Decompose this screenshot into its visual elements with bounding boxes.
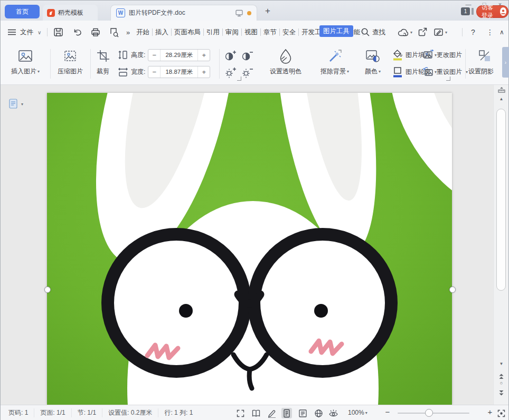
shadow-icon bbox=[478, 46, 492, 65]
reset-picture-button[interactable]: 重设图片▾ bbox=[423, 65, 468, 79]
status-segments: 页码: 1页面: 1/1节: 1/1设置值: 0.2厘米行: 1 列: 1 bbox=[3, 405, 199, 420]
height-decrease-button[interactable]: − bbox=[148, 50, 161, 61]
more-options-icon[interactable]: ⋮ bbox=[486, 27, 494, 37]
rabbit-right-eye bbox=[314, 304, 328, 318]
set-transparent-color-button[interactable]: 设置透明色 bbox=[261, 46, 310, 81]
scrollbar-thumb[interactable] bbox=[496, 109, 506, 291]
scroll-down-button[interactable]: ▼ bbox=[494, 361, 509, 366]
height-value[interactable]: 28.29厘米 bbox=[161, 50, 197, 61]
ribbon-picture-tools: 插入图片▾ 压缩图片 裁剪 高度: bbox=[1, 44, 508, 85]
search-label: 查找 bbox=[372, 28, 385, 37]
save-button[interactable] bbox=[53, 27, 63, 37]
status-segment[interactable]: 节: 1/1 bbox=[72, 408, 102, 417]
new-tab-button[interactable]: + bbox=[262, 6, 273, 16]
width-increase-button[interactable]: + bbox=[197, 66, 210, 78]
document-image-rabbit[interactable] bbox=[47, 93, 452, 405]
next-page-button[interactable] bbox=[498, 390, 504, 396]
menu-item-picture-tools[interactable]: 图片工具 bbox=[319, 25, 353, 37]
menubar: 文件 ∨ » 开始插入页面布局引用审阅视图章节安全开发工具特色功能 图片工具 查… bbox=[1, 21, 508, 44]
fullscreen-view-button[interactable] bbox=[235, 408, 246, 418]
menu-item[interactable]: 页面布局 bbox=[172, 28, 204, 36]
cloud-sync-icon[interactable]: ▾ bbox=[398, 27, 412, 37]
zoom-in-button[interactable]: + bbox=[485, 407, 495, 416]
color-label: 颜色 bbox=[365, 67, 378, 76]
print-preview-button[interactable] bbox=[109, 27, 119, 37]
set-shadow-button[interactable]: 设置阴影 bbox=[468, 46, 501, 81]
height-label: 高度: bbox=[131, 51, 145, 60]
tab-document[interactable]: W 图片转PDF文件.doc bbox=[110, 5, 257, 21]
decrease-contrast-button[interactable] bbox=[241, 49, 254, 62]
search-button[interactable]: 查找 bbox=[361, 27, 385, 37]
main-menu-icon[interactable] bbox=[7, 27, 16, 37]
window-list-handle[interactable] bbox=[472, 8, 474, 15]
status-segment[interactable]: 页码: 1 bbox=[3, 408, 34, 417]
width-control: 宽度: − 18.87厘米 + bbox=[118, 65, 210, 79]
doc-assistant-icon bbox=[9, 99, 18, 109]
height-increase-button[interactable]: + bbox=[197, 50, 210, 61]
crop-icon bbox=[97, 46, 110, 65]
fit-page-button[interactable] bbox=[496, 408, 506, 418]
screen-share-icon[interactable] bbox=[235, 9, 243, 17]
file-menu[interactable]: 文件 bbox=[20, 27, 33, 37]
tab-docer-templates[interactable]: 稻壳模板 bbox=[43, 5, 98, 21]
outline-view-button[interactable] bbox=[297, 408, 308, 418]
read-layout-button[interactable] bbox=[251, 408, 261, 418]
edit-mode-icon[interactable]: ▾ bbox=[433, 27, 447, 37]
status-segment[interactable]: 页面: 1/1 bbox=[34, 408, 71, 417]
zoom-slider-track[interactable] bbox=[398, 413, 469, 414]
zoom-level-dropdown[interactable]: 100%▾ bbox=[348, 409, 367, 416]
width-decrease-button[interactable]: − bbox=[148, 66, 161, 78]
share-icon[interactable] bbox=[418, 27, 428, 37]
transparent-color-icon bbox=[278, 46, 294, 65]
print-button[interactable] bbox=[90, 27, 101, 37]
insert-picture-button[interactable]: 插入图片▾ bbox=[4, 46, 47, 81]
menu-item[interactable]: 开始 bbox=[134, 28, 153, 36]
remove-background-button[interactable]: 抠除背景▾ bbox=[313, 46, 356, 81]
set-shadow-label: 设置阴影 bbox=[468, 67, 494, 76]
decrease-brightness-button[interactable] bbox=[241, 65, 254, 79]
more-commands-icon[interactable]: » bbox=[126, 27, 130, 37]
eye-protection-button[interactable] bbox=[328, 408, 338, 418]
web-view-button[interactable] bbox=[313, 408, 324, 418]
compress-picture-label: 压缩图片 bbox=[58, 67, 83, 76]
increase-contrast-button[interactable] bbox=[224, 49, 237, 62]
status-segment[interactable]: 行: 1 列: 1 bbox=[158, 408, 199, 417]
width-spinner: − 18.87厘米 + bbox=[148, 66, 210, 78]
compress-picture-button[interactable]: 压缩图片 bbox=[53, 46, 88, 81]
menu-item[interactable]: 安全 bbox=[280, 28, 299, 36]
width-value[interactable]: 18.87厘米 bbox=[161, 66, 197, 78]
doc-assistant[interactable]: ▾ bbox=[9, 99, 23, 109]
crop-button[interactable]: 裁剪 bbox=[91, 46, 115, 81]
tab-home[interactable]: 首页 bbox=[5, 5, 40, 18]
ribbon-expand-button[interactable]: › bbox=[502, 47, 509, 78]
menu-item[interactable]: 引用 bbox=[204, 28, 223, 36]
document-area: ▾ bbox=[1, 85, 508, 405]
ruler-toggle-icon[interactable] bbox=[498, 87, 505, 93]
zoom-slider-handle[interactable] bbox=[425, 409, 433, 417]
increase-brightness-button[interactable] bbox=[224, 65, 237, 79]
login-button[interactable]: 访客登录 bbox=[476, 5, 508, 18]
status-segment[interactable]: 设置值: 0.2厘米 bbox=[102, 408, 158, 417]
change-picture-button[interactable]: 更改图片 bbox=[423, 48, 462, 62]
menu-item[interactable]: 审阅 bbox=[223, 28, 242, 36]
help-icon[interactable]: ? bbox=[471, 27, 475, 37]
file-menu-chevron-icon[interactable]: ∨ bbox=[37, 27, 41, 37]
undo-button[interactable] bbox=[72, 27, 83, 37]
window-count-badge[interactable]: 1 bbox=[461, 7, 470, 15]
insert-picture-icon bbox=[18, 46, 33, 65]
zoom-out-button[interactable]: − bbox=[383, 407, 392, 416]
height-spinner: − 28.29厘米 + bbox=[148, 49, 210, 61]
select-browse-object-button[interactable]: ○ bbox=[494, 380, 509, 386]
selection-handle-right[interactable] bbox=[449, 287, 456, 293]
menu-item[interactable]: 视图 bbox=[242, 28, 261, 36]
menu-item[interactable]: 章节 bbox=[261, 28, 280, 36]
selection-handle-left[interactable] bbox=[44, 287, 51, 293]
menu-item[interactable]: 插入 bbox=[153, 28, 172, 36]
collapse-ribbon-icon[interactable]: ∧ bbox=[499, 27, 504, 37]
remove-background-label: 抠除背景 bbox=[321, 67, 346, 76]
scroll-up-button[interactable]: ▲ bbox=[494, 97, 509, 101]
previous-page-button[interactable] bbox=[498, 373, 504, 379]
color-button[interactable]: 颜色▾ bbox=[360, 46, 386, 81]
page-view-button[interactable] bbox=[281, 408, 292, 418]
write-mode-button[interactable] bbox=[267, 408, 277, 418]
